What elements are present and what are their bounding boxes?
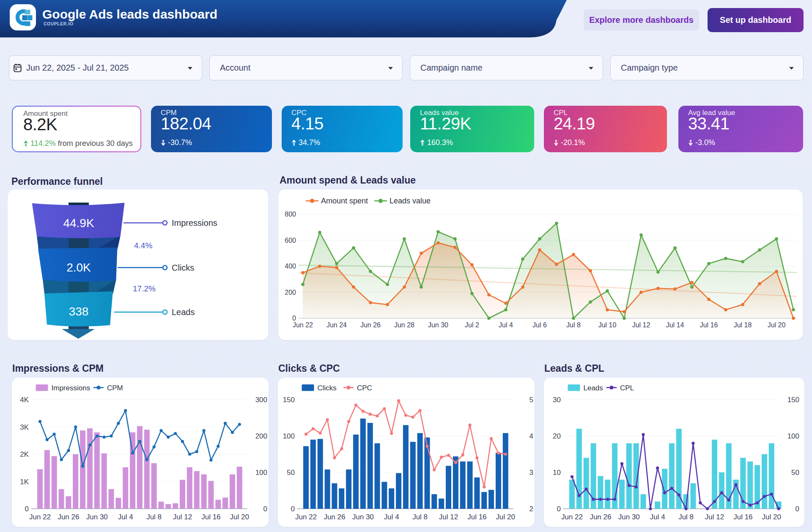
svg-text:50: 50	[287, 469, 295, 477]
svg-text:CPL: CPL	[620, 384, 634, 392]
svg-text:Leads: Leads	[583, 384, 603, 392]
svg-text:Jun 22: Jun 22	[561, 513, 582, 521]
svg-text:Jul 16: Jul 16	[733, 513, 752, 521]
svg-text:Jun 30: Jun 30	[428, 321, 448, 329]
svg-text:44.9K: 44.9K	[63, 217, 94, 230]
svg-text:Clicks: Clicks	[317, 384, 336, 392]
svg-text:0: 0	[25, 505, 28, 513]
svg-text:Jun 30: Jun 30	[618, 513, 639, 521]
svg-text:Jun 26: Jun 26	[360, 321, 381, 329]
svg-text:100: 100	[283, 432, 294, 440]
svg-text:3: 3	[529, 469, 533, 477]
svg-text:Jun 30: Jun 30	[86, 513, 107, 521]
svg-text:4.4%: 4.4%	[134, 241, 152, 250]
svg-text:Impressions: Impressions	[172, 218, 217, 228]
svg-text:2K: 2K	[20, 450, 29, 458]
svg-text:Jun 28: Jun 28	[394, 321, 414, 329]
svg-text:Jul 8: Jul 8	[566, 321, 581, 329]
svg-text:Clicks: Clicks	[172, 263, 194, 272]
svg-text:300: 300	[255, 396, 267, 404]
svg-text:100: 100	[255, 469, 267, 477]
svg-text:Jul 14: Jul 14	[666, 321, 684, 329]
svg-text:Jul 8: Jul 8	[146, 513, 162, 521]
svg-text:0: 0	[557, 505, 560, 513]
svg-text:150: 150	[787, 396, 799, 404]
svg-text:100: 100	[787, 432, 799, 440]
svg-text:Jul 10: Jul 10	[598, 321, 617, 329]
svg-text:Jul 4: Jul 4	[650, 513, 665, 521]
svg-text:Jul 16: Jul 16	[700, 321, 718, 329]
svg-text:150: 150	[283, 396, 294, 404]
svg-text:30: 30	[553, 396, 561, 404]
svg-text:0: 0	[263, 505, 267, 513]
svg-text:Jul 12: Jul 12	[705, 513, 724, 521]
svg-text:Jul 20: Jul 20	[762, 513, 781, 521]
svg-text:2.0K: 2.0K	[66, 261, 91, 274]
svg-text:4: 4	[529, 432, 533, 440]
svg-text:Jul 4: Jul 4	[118, 513, 133, 521]
svg-text:1K: 1K	[20, 478, 29, 486]
svg-text:Jul 16: Jul 16	[467, 513, 486, 521]
svg-text:Jul 8: Jul 8	[678, 513, 694, 521]
svg-text:CPM: CPM	[107, 384, 123, 392]
svg-text:Jul 12: Jul 12	[632, 321, 650, 329]
svg-text:Jul 6: Jul 6	[532, 321, 547, 329]
svg-text:0: 0	[292, 315, 296, 322]
svg-text:338: 338	[69, 305, 89, 318]
svg-text:Jul 16: Jul 16	[201, 513, 220, 521]
svg-text:Jun 26: Jun 26	[58, 513, 79, 521]
svg-text:3K: 3K	[20, 423, 29, 431]
svg-text:50: 50	[791, 469, 799, 477]
svg-text:400: 400	[285, 263, 296, 270]
svg-text:Leads: Leads	[172, 307, 195, 317]
svg-text:0: 0	[291, 505, 294, 513]
svg-text:Amount spent: Amount spent	[321, 197, 368, 205]
svg-text:Jul 4: Jul 4	[499, 321, 513, 329]
svg-text:Jul 20: Jul 20	[496, 513, 515, 521]
svg-text:Jul 20: Jul 20	[230, 513, 249, 521]
svg-text:Jun 24: Jun 24	[326, 321, 347, 329]
svg-text:0: 0	[795, 505, 799, 513]
svg-text:10: 10	[553, 469, 561, 477]
svg-text:Jun 22: Jun 22	[293, 321, 313, 329]
svg-text:Jul 4: Jul 4	[384, 513, 399, 521]
svg-text:800: 800	[285, 211, 296, 218]
svg-text:20: 20	[553, 432, 561, 440]
svg-text:200: 200	[285, 289, 296, 296]
svg-text:4K: 4K	[20, 396, 29, 404]
svg-text:5: 5	[529, 396, 533, 404]
svg-text:Leads value: Leads value	[390, 197, 431, 205]
svg-text:Jun 30: Jun 30	[352, 513, 373, 521]
svg-text:Jul 18: Jul 18	[734, 321, 752, 329]
svg-text:Jul 20: Jul 20	[768, 321, 786, 329]
svg-text:Jul 12: Jul 12	[439, 513, 458, 521]
svg-text:600: 600	[285, 237, 296, 244]
svg-text:Jun 26: Jun 26	[590, 513, 611, 521]
svg-text:CPC: CPC	[357, 384, 372, 392]
svg-text:200: 200	[255, 432, 267, 440]
svg-text:17.2%: 17.2%	[133, 284, 156, 293]
svg-text:Jul 12: Jul 12	[173, 513, 192, 521]
svg-text:Jul 8: Jul 8	[412, 513, 428, 521]
svg-text:Jun 26: Jun 26	[324, 513, 345, 521]
svg-text:Jun 22: Jun 22	[295, 513, 316, 521]
svg-text:Jun 22: Jun 22	[29, 513, 50, 521]
svg-text:Impressions: Impressions	[51, 384, 90, 392]
svg-text:Jul 2: Jul 2	[465, 321, 479, 329]
svg-text:2: 2	[529, 505, 533, 513]
